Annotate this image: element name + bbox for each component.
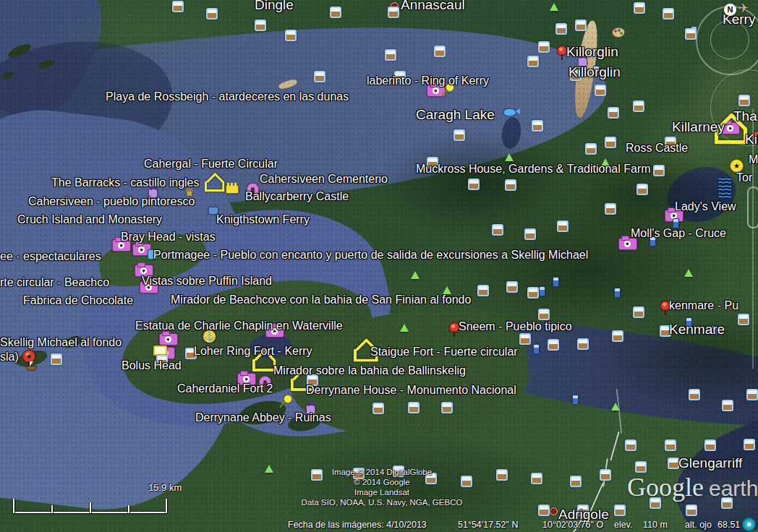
fish-icon[interactable] [503, 108, 516, 116]
photo-icon[interactable] [505, 179, 516, 191]
photo-icon[interactable] [686, 505, 697, 516]
pin-icon[interactable] [557, 46, 567, 56]
photo-icon[interactable] [608, 107, 619, 119]
photo-icon[interactable] [689, 389, 700, 400]
photo-icon[interactable] [722, 400, 733, 411]
placemark-label[interactable]: Killorglin [568, 65, 621, 80]
dot-icon[interactable] [550, 507, 558, 515]
photo-icon[interactable] [330, 7, 341, 18]
placemark-label[interactable]: kenmare - Pu [669, 299, 738, 312]
photo-icon[interactable] [206, 8, 218, 20]
placemark-label[interactable]: Playa de Rossbeigh - atardeceres en las … [106, 90, 349, 103]
tv-icon[interactable] [153, 346, 167, 356]
tri-icon[interactable] [550, 3, 558, 11]
placemark-label[interactable]: ee - espectaculares [0, 250, 101, 263]
placemark-label[interactable]: Dingle [255, 0, 294, 12]
house-icon[interactable] [205, 181, 225, 192]
photo-icon[interactable] [665, 439, 676, 451]
photo-icon[interactable] [570, 476, 582, 487]
placemark-label[interactable]: Loher Ring Fort - Kerry [194, 345, 312, 358]
photo-icon[interactable] [506, 281, 518, 293]
placemark-label[interactable]: Cruch Island and Monastery [17, 213, 162, 226]
pin-icon[interactable] [449, 322, 459, 332]
north-button[interactable]: N [724, 4, 736, 16]
placemark-label[interactable]: rte circular - Beachco [0, 276, 109, 289]
photo-icon[interactable] [548, 339, 559, 351]
photo-icon[interactable] [738, 314, 749, 325]
photo-icon[interactable] [453, 129, 465, 141]
photo-icon[interactable] [538, 309, 550, 320]
placemark-label[interactable]: Mirador de Beachcove con la bahia de San… [171, 293, 471, 306]
placemark-label[interactable]: Ross Castle [626, 142, 688, 155]
photo-icon[interactable] [612, 330, 623, 342]
photo-icon[interactable] [635, 461, 647, 473]
fort-icon[interactable] [226, 185, 239, 194]
photo-icon[interactable] [519, 333, 531, 345]
palette-icon[interactable] [612, 27, 625, 38]
map-canvas[interactable]: DingleAnnascaulKerryKillorglinKillorglin… [0, 0, 758, 532]
photo-icon[interactable] [285, 30, 297, 41]
photo-icon[interactable] [653, 165, 665, 176]
photo-icon[interactable] [531, 473, 542, 484]
photo-icon[interactable] [634, 2, 645, 14]
photo-icon[interactable] [477, 285, 489, 296]
pinstar-icon[interactable] [22, 350, 35, 363]
placemark-label[interactable]: Skellig Michael al fondo [0, 336, 122, 349]
placemark-label[interactable]: Vistas sobre Puffin Island [142, 275, 272, 288]
photo-icon[interactable] [557, 220, 568, 232]
placemark-label[interactable]: Derrynane House - Monumento Nacional [306, 384, 516, 397]
photo-icon[interactable] [441, 402, 453, 413]
placemark-label[interactable]: Portmagee - Pueblo con encanto y puerto … [153, 249, 588, 262]
photo-icon[interactable] [585, 143, 597, 155]
photo-icon[interactable] [685, 28, 697, 40]
photo-icon[interactable] [625, 439, 636, 451]
placemark-label[interactable]: Estatua de Charlie Chaplin en Waterville [135, 319, 343, 332]
info-icon[interactable] [614, 288, 621, 298]
info-icon[interactable] [533, 344, 540, 354]
pushpin-icon[interactable] [284, 395, 292, 403]
placemark-label[interactable]: Fabrica de Chocolate [23, 294, 133, 307]
look-ring[interactable] [710, 20, 749, 59]
tri-icon[interactable] [265, 465, 273, 473]
placemark-label[interactable]: laberinto - Ring of Kerry [367, 74, 489, 87]
photo-icon[interactable] [600, 469, 611, 481]
photo-icon[interactable] [314, 71, 325, 82]
photo-icon[interactable] [538, 505, 550, 516]
placemark-label[interactable]: Caragh Lake [416, 108, 495, 122]
photo-icon[interactable] [605, 137, 616, 148]
placemark-label[interactable]: Cahersiveen - pueblo pintoresco [28, 195, 195, 208]
tri-icon[interactable] [684, 269, 693, 277]
photo-icon[interactable] [636, 184, 648, 195]
photo-icon[interactable] [434, 46, 446, 57]
photo-icon[interactable] [524, 228, 536, 240]
info-icon[interactable] [539, 286, 545, 296]
placemark-label[interactable]: Sneem - Pueblo tipico [459, 320, 572, 333]
photo-icon[interactable] [496, 469, 508, 481]
photo-icon[interactable] [577, 338, 589, 350]
placemark-label[interactable]: Annascaul [401, 0, 465, 12]
placemark-label[interactable]: Lady's View [675, 200, 736, 213]
placemark-label[interactable]: Kenmare [669, 322, 725, 337]
boat-icon[interactable] [26, 366, 37, 371]
photo-icon[interactable] [527, 56, 539, 67]
photo-icon[interactable] [372, 403, 384, 414]
photo-icon[interactable] [663, 8, 674, 20]
placemark-label[interactable]: Glengarriff [678, 456, 742, 471]
tri-icon[interactable] [611, 403, 620, 411]
photo-icon[interactable] [388, 7, 399, 18]
photo-icon[interactable] [532, 120, 543, 132]
placemark-label[interactable]: Cahergal - Fuerte Circular [144, 158, 278, 171]
photo-icon[interactable] [51, 353, 62, 365]
photo-icon[interactable] [704, 439, 716, 451]
tri-icon[interactable] [411, 271, 420, 279]
zoom-slider-track[interactable] [752, 108, 754, 369]
photo-icon[interactable] [555, 23, 567, 35]
placemark-label[interactable]: Tor [736, 171, 752, 184]
placemark-label[interactable]: Killorglin [566, 45, 618, 59]
photo-icon[interactable] [255, 20, 266, 31]
placemark-label[interactable]: Derrynane Abbey - Ruinas [195, 411, 331, 424]
photo-icon[interactable] [468, 179, 480, 190]
photo-icon[interactable] [595, 85, 606, 96]
photo-icon[interactable] [385, 49, 396, 61]
photo-icon[interactable] [633, 100, 644, 112]
